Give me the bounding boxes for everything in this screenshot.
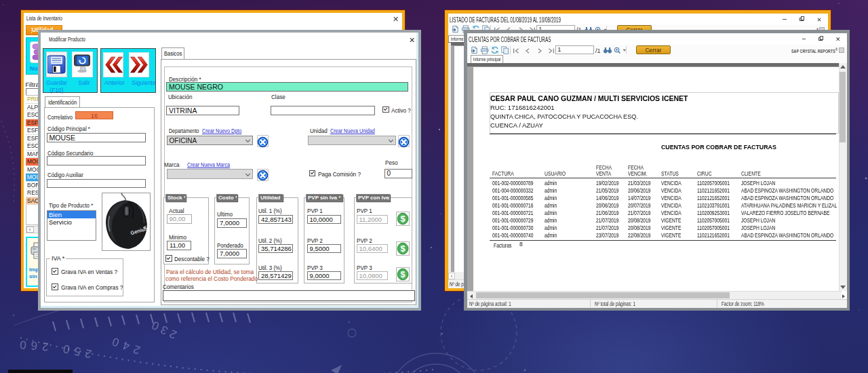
svg-text:$: $ [400,269,406,279]
svg-text:$: $ [400,243,406,254]
svg-text:240: 240 [106,333,142,357]
svg-text:230: 230 [146,317,178,341]
svg-text:$: $ [400,214,406,224]
svg-text:260: 260 [15,338,50,353]
